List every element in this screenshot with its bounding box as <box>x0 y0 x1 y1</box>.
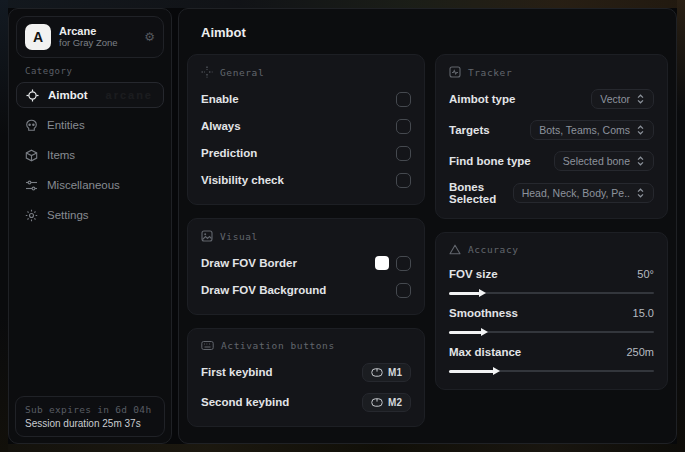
app-logo: A <box>25 24 51 50</box>
dropdown-value: Head, Neck, Body, Pe.. <box>522 187 630 199</box>
always-checkbox[interactable] <box>396 119 411 134</box>
image-icon <box>201 230 213 242</box>
app-name: Arcane <box>59 25 136 38</box>
chevrons-up-down-icon <box>636 125 645 135</box>
dropdown-value: Bots, Teams, Coms <box>539 124 630 136</box>
crosshair-dotted-icon <box>201 66 213 78</box>
visual-card: Visual Draw FOV Border Draw FOV Backgrou… <box>187 218 425 315</box>
visual-card-title: Visual <box>220 231 258 242</box>
category-section-label: Category <box>25 66 171 76</box>
tracker-card-title: Tracker <box>468 67 512 78</box>
setting-label: Second keybind <box>201 396 289 408</box>
game-backdrop-bottom <box>0 444 685 452</box>
setting-row-draw-fov-background: Draw FOV Background <box>201 279 411 301</box>
chevrons-up-down-icon <box>636 94 645 104</box>
setting-label: Smoothness <box>449 307 518 319</box>
app-logo-letter: A <box>33 29 43 45</box>
sidebar-item-items[interactable]: Items <box>16 142 164 168</box>
setting-label: Visibility check <box>201 174 284 186</box>
setting-row-bones-selected: Bones Selected Head, Neck, Body, Pe.. <box>449 181 654 205</box>
max-distance-group: Max distance 250m <box>449 343 654 376</box>
setting-row-targets: Targets Bots, Teams, Coms <box>449 119 654 141</box>
setting-label: Always <box>201 120 241 132</box>
slider-fill <box>449 331 482 334</box>
right-column: Tracker Aimbot type Vector Targets <box>435 54 668 427</box>
setting-row-aimbot-type: Aimbot type Vector <box>449 88 654 110</box>
visibility-check-checkbox[interactable] <box>396 173 411 188</box>
fov-size-value: 50° <box>637 268 654 280</box>
sidebar-item-label: Aimbot <box>48 89 88 101</box>
sidebar-item-settings[interactable]: Settings <box>16 202 164 228</box>
mouse-icon <box>371 368 383 377</box>
setting-label: Draw FOV Background <box>201 284 326 296</box>
game-backdrop-right <box>677 0 685 452</box>
smoothness-slider[interactable] <box>449 327 654 337</box>
slider-thumb[interactable] <box>479 289 486 297</box>
session-duration-text: Session duration 25m 37s <box>25 418 155 429</box>
max-distance-value: 250m <box>626 346 654 358</box>
sub-expires-text: Sub expires in 6d 04h <box>25 404 155 415</box>
setting-row-always: Always <box>201 115 411 137</box>
first-keybind-button[interactable]: M1 <box>362 363 411 382</box>
setting-label: Enable <box>201 93 239 105</box>
activation-card-title: Activation buttons <box>221 340 335 351</box>
setting-row-find-bone-type: Find bone type Selected bone <box>449 150 654 172</box>
setting-label: FOV size <box>449 268 498 280</box>
crosshair-icon <box>26 89 39 102</box>
left-column: General Enable Always Prediction <box>187 54 425 427</box>
gear-icon[interactable]: ⚙ <box>144 30 155 44</box>
fov-size-slider[interactable] <box>449 288 654 298</box>
accuracy-card-title: Accuracy <box>468 244 519 255</box>
setting-row-enable: Enable <box>201 88 411 110</box>
targets-dropdown[interactable]: Bots, Teams, Coms <box>530 120 654 140</box>
fov-border-color-swatch[interactable] <box>375 256 389 270</box>
aimbot-type-dropdown[interactable]: Vector <box>591 89 654 109</box>
sidebar-item-label: Items <box>47 149 75 161</box>
setting-label: Bones Selected <box>449 181 513 205</box>
find-bone-type-dropdown[interactable]: Selected bone <box>554 151 654 171</box>
enable-checkbox[interactable] <box>396 92 411 107</box>
chevrons-up-down-icon <box>636 188 645 198</box>
setting-label: First keybind <box>201 366 273 378</box>
app-subtitle: for Gray Zone <box>59 38 136 49</box>
draw-fov-background-checkbox[interactable] <box>396 283 411 298</box>
activation-buttons-card: Activation buttons First keybind M1 Se <box>187 328 425 427</box>
package-icon <box>25 149 38 162</box>
draw-fov-border-checkbox[interactable] <box>396 256 411 271</box>
slider-fill <box>449 292 480 295</box>
setting-label: Draw FOV Border <box>201 257 297 269</box>
skull-icon <box>25 119 38 132</box>
sidebar-nav: Aimbot arcane Entities Items Miscellaneo… <box>9 82 171 228</box>
general-card: General Enable Always Prediction <box>187 54 425 205</box>
setting-row-visibility-check: Visibility check <box>201 169 411 191</box>
game-backdrop-top <box>0 0 685 8</box>
game-backdrop-left <box>0 0 8 452</box>
setting-row-draw-fov-border: Draw FOV Border <box>201 252 411 274</box>
slider-fill <box>449 370 494 373</box>
dropdown-value: Selected bone <box>563 155 630 167</box>
main-panel: Aimbot General Enable Always <box>178 8 677 444</box>
max-distance-slider[interactable] <box>449 366 654 376</box>
smoothness-group: Smoothness 15.0 <box>449 304 654 337</box>
setting-label: Find bone type <box>449 155 531 167</box>
sidebar-item-entities[interactable]: Entities <box>16 112 164 138</box>
prediction-checkbox[interactable] <box>396 146 411 161</box>
second-keybind-button[interactable]: M2 <box>362 393 411 412</box>
app-header: A Arcane for Gray Zone ⚙ <box>16 16 164 58</box>
setting-label: Targets <box>449 124 490 136</box>
sliders-icon <box>25 179 38 192</box>
smoothness-value: 15.0 <box>633 307 654 319</box>
subscription-footer: Sub expires in 6d 04h Session duration 2… <box>15 396 165 437</box>
sidebar-item-label: Entities <box>47 119 85 131</box>
tracker-card: Tracker Aimbot type Vector Targets <box>435 54 668 219</box>
keybind-value: M2 <box>388 397 402 408</box>
setting-label: Aimbot type <box>449 93 515 105</box>
sidebar-item-aimbot[interactable]: Aimbot arcane <box>16 82 164 108</box>
keybind-value: M1 <box>388 367 402 378</box>
page-title: Aimbot <box>201 25 668 40</box>
slider-thumb[interactable] <box>481 328 488 336</box>
bones-selected-dropdown[interactable]: Head, Neck, Body, Pe.. <box>513 183 654 203</box>
sidebar-item-label: Miscellaneous <box>47 179 120 191</box>
slider-thumb[interactable] <box>493 367 500 375</box>
sidebar-item-miscellaneous[interactable]: Miscellaneous <box>16 172 164 198</box>
